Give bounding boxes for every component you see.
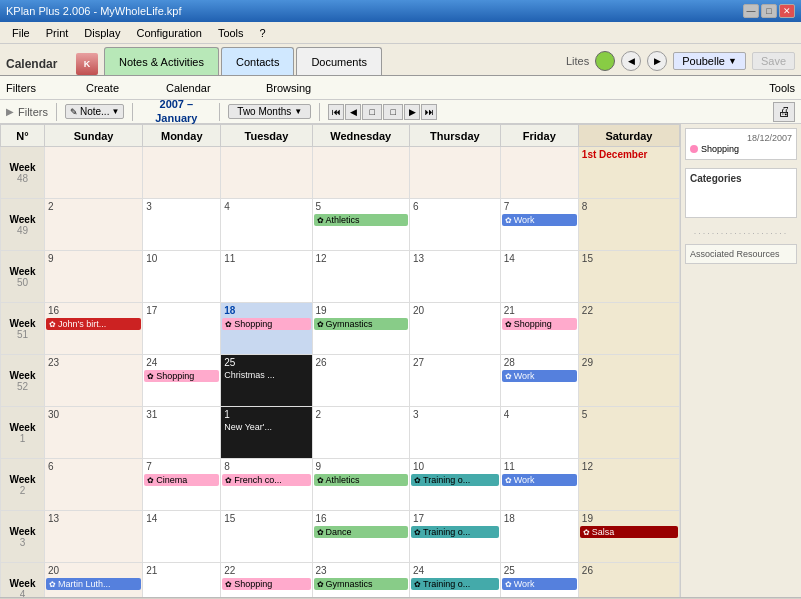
lites-nav-left[interactable]: ◀ xyxy=(621,51,641,71)
minimize-button[interactable]: — xyxy=(743,4,759,18)
day-cell[interactable]: 20 ✿Martin Luth... xyxy=(45,563,143,598)
day-cell[interactable]: 29 xyxy=(578,355,679,407)
day-cell[interactable]: 23 xyxy=(45,355,143,407)
day-cell[interactable]: 27 xyxy=(409,355,500,407)
list-item[interactable]: ✿French co... xyxy=(222,474,310,486)
day-cell[interactable]: 21 ✿Shopping xyxy=(500,303,578,355)
close-button[interactable]: ✕ xyxy=(779,4,795,18)
print-btn[interactable]: 🖨 xyxy=(773,102,795,122)
day-cell[interactable]: 8 xyxy=(578,199,679,251)
menu-configuration[interactable]: Configuration xyxy=(128,25,209,41)
list-item[interactable]: ✿Cinema xyxy=(144,474,219,486)
day-cell[interactable]: 24 ✿Training o... xyxy=(409,563,500,598)
day-cell[interactable]: 17 ✿Training o... xyxy=(409,511,500,563)
lites-green-btn[interactable] xyxy=(595,51,615,71)
day-cell[interactable]: 15 xyxy=(578,251,679,303)
day-cell[interactable]: 6 xyxy=(45,459,143,511)
day-cell[interactable]: 26 xyxy=(578,563,679,598)
day-cell[interactable]: 4 xyxy=(500,407,578,459)
list-item[interactable]: ✿Work xyxy=(502,214,577,226)
day-cell[interactable]: 13 xyxy=(45,511,143,563)
day-cell[interactable]: 18 ✿Shopping xyxy=(221,303,312,355)
menu-file[interactable]: File xyxy=(4,25,38,41)
menu-print[interactable]: Print xyxy=(38,25,77,41)
list-item[interactable]: ✿Training o... xyxy=(411,526,499,538)
list-item[interactable]: ✿Athletics xyxy=(314,474,408,486)
menu-tools[interactable]: Tools xyxy=(210,25,252,41)
list-item[interactable]: ✿Work xyxy=(502,578,577,590)
day-cell[interactable] xyxy=(409,147,500,199)
day-cell[interactable]: 10 ✿Training o... xyxy=(409,459,500,511)
day-cell[interactable]: 1st December xyxy=(578,147,679,199)
day-cell[interactable]: 5 xyxy=(578,407,679,459)
day-cell[interactable]: 26 xyxy=(312,355,409,407)
day-cell[interactable]: 16 ✿John's birt... xyxy=(45,303,143,355)
day-cell[interactable]: 18 xyxy=(500,511,578,563)
day-cell[interactable] xyxy=(221,147,312,199)
list-item[interactable]: ✿Gymnastics xyxy=(314,318,408,330)
note-dropdown-btn[interactable]: ✎ Note... ▼ xyxy=(65,104,124,119)
list-item[interactable]: ✿Shopping xyxy=(222,578,310,590)
day-cell[interactable] xyxy=(45,147,143,199)
nav-prev-btn[interactable]: ◀ xyxy=(345,104,361,120)
list-item[interactable]: ✿Salsa xyxy=(580,526,678,538)
day-cell[interactable]: 22 xyxy=(578,303,679,355)
day-cell[interactable]: 16 ✿Dance xyxy=(312,511,409,563)
day-cell[interactable]: 21 xyxy=(143,563,221,598)
nav-next-btn[interactable]: ▶ xyxy=(404,104,420,120)
day-cell[interactable]: 3 xyxy=(143,199,221,251)
day-cell[interactable]: 13 xyxy=(409,251,500,303)
nav-cal2-btn[interactable]: □ xyxy=(383,104,403,120)
day-cell[interactable]: 12 xyxy=(578,459,679,511)
nav-first-btn[interactable]: ⏮ xyxy=(328,104,344,120)
day-cell[interactable]: 8 ✿French co... xyxy=(221,459,312,511)
day-cell[interactable]: 10 xyxy=(143,251,221,303)
filters-toggle-btn[interactable]: Filters xyxy=(18,106,48,118)
day-cell[interactable]: 4 xyxy=(221,199,312,251)
day-cell[interactable]: 25 Christmas ... xyxy=(221,355,312,407)
day-cell[interactable] xyxy=(312,147,409,199)
list-item[interactable]: ✿Athletics xyxy=(314,214,408,226)
day-cell[interactable]: 2 xyxy=(312,407,409,459)
user-button[interactable]: Poubelle ▼ xyxy=(673,52,746,70)
list-item[interactable]: ✿Shopping xyxy=(222,318,310,330)
day-cell[interactable]: 12 xyxy=(312,251,409,303)
list-item[interactable]: ✿John's birt... xyxy=(46,318,141,330)
tab-contacts[interactable]: Contacts xyxy=(221,47,294,75)
day-cell[interactable]: 7 ✿Cinema xyxy=(143,459,221,511)
lites-nav-right[interactable]: ▶ xyxy=(647,51,667,71)
day-cell[interactable]: 22 ✿Shopping xyxy=(221,563,312,598)
day-cell[interactable]: 24 ✿Shopping xyxy=(143,355,221,407)
day-cell[interactable]: 9 ✿Athletics xyxy=(312,459,409,511)
list-item[interactable]: ✿Dance xyxy=(314,526,408,538)
day-cell[interactable] xyxy=(143,147,221,199)
menu-help[interactable]: ? xyxy=(252,25,274,41)
nav-cal1-btn[interactable]: □ xyxy=(362,104,382,120)
day-cell[interactable]: 31 xyxy=(143,407,221,459)
day-cell[interactable]: 5 ✿Athletics xyxy=(312,199,409,251)
tab-notes-activities[interactable]: Notes & Activities xyxy=(104,47,219,75)
list-item[interactable]: ✿Martin Luth... xyxy=(46,578,141,590)
day-cell[interactable]: 19 ✿Gymnastics xyxy=(312,303,409,355)
day-cell[interactable] xyxy=(500,147,578,199)
day-cell[interactable]: 15 xyxy=(221,511,312,563)
day-cell[interactable]: 14 xyxy=(143,511,221,563)
day-cell[interactable]: 1 New Year'... xyxy=(221,407,312,459)
day-cell[interactable]: 30 xyxy=(45,407,143,459)
day-cell[interactable]: 6 xyxy=(409,199,500,251)
list-item[interactable]: ✿Shopping xyxy=(144,370,219,382)
list-item[interactable]: ✿Training o... xyxy=(411,474,499,486)
list-item[interactable]: ✿Shopping xyxy=(502,318,577,330)
tab-documents[interactable]: Documents xyxy=(296,47,382,75)
list-item[interactable]: ✿Training o... xyxy=(411,578,499,590)
day-cell[interactable]: 23 ✿Gymnastics xyxy=(312,563,409,598)
day-cell[interactable]: 28 ✿Work xyxy=(500,355,578,407)
day-cell[interactable]: 7 ✿Work xyxy=(500,199,578,251)
list-item[interactable]: ✿Gymnastics xyxy=(314,578,408,590)
day-cell[interactable]: 11 ✿Work xyxy=(500,459,578,511)
list-item[interactable]: ✿Work xyxy=(502,474,577,486)
day-cell[interactable]: 25 ✿Work xyxy=(500,563,578,598)
day-cell[interactable]: 20 xyxy=(409,303,500,355)
period-dropdown-btn[interactable]: Two Months ▼ xyxy=(228,104,311,119)
day-cell[interactable]: 14 xyxy=(500,251,578,303)
